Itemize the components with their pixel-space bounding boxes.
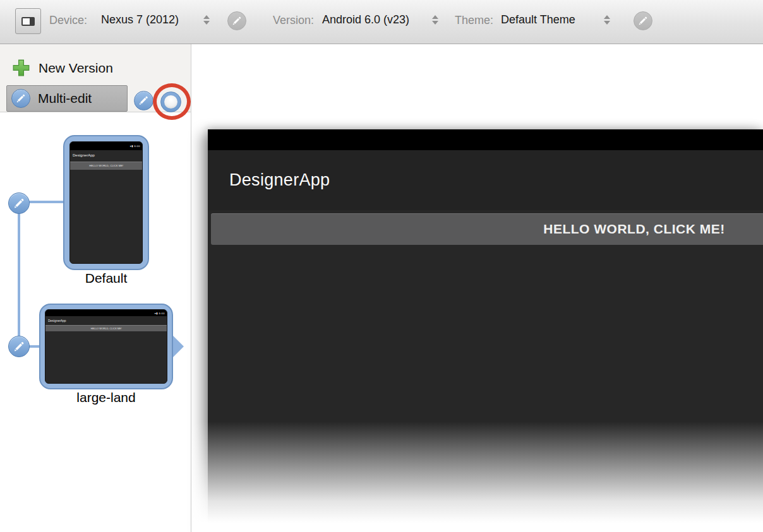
- edit-device-button[interactable]: [227, 11, 246, 30]
- orientation-toggle-button[interactable]: [15, 8, 41, 34]
- pencil-icon: [13, 197, 25, 210]
- new-version-button[interactable]: New Version: [11, 58, 113, 78]
- pencil-icon: [13, 340, 25, 353]
- version-label-default: Default: [63, 271, 149, 286]
- hello-world-button-label: HELLO WORLD, CLICK ME!: [543, 222, 724, 237]
- top-toolbar: Device: Nexus 7 (2012) Version: Android …: [0, 0, 763, 44]
- annotation-circle: [153, 83, 191, 120]
- edit-version-large-land-button[interactable]: [8, 336, 30, 357]
- version-thumbnail-default[interactable]: ▾▮ 6:00 DesignerApp HELLO WORLD, CLICK M…: [63, 135, 149, 270]
- multi-edit-button[interactable]: Multi-edit: [6, 85, 128, 112]
- edit-versions-button[interactable]: [134, 91, 153, 110]
- theme-select[interactable]: Default Theme: [501, 13, 575, 27]
- new-version-label: New Version: [39, 61, 113, 76]
- version-select[interactable]: Android 6.0 (v23): [322, 13, 409, 27]
- thumbnail-screen: ▾▮ 6:00 DesignerApp HELLO WORLD, CLICK M…: [45, 309, 167, 384]
- pencil-icon: [11, 89, 30, 108]
- device-select[interactable]: Nexus 7 (2012): [101, 13, 179, 27]
- theme-label: Theme:: [455, 14, 493, 27]
- edit-version-default-button[interactable]: [8, 192, 30, 214]
- designer-window: Device: Nexus 7 (2012) Version: Android …: [0, 0, 763, 532]
- version-stepper-icon[interactable]: [432, 15, 438, 25]
- design-surface: DesignerApp HELLO WORLD, CLICK ME!: [191, 44, 763, 532]
- app-title: DesignerApp: [229, 170, 330, 190]
- versions-sidebar: New Version Multi-edit: [0, 44, 191, 532]
- version-connector-line: [18, 203, 20, 346]
- version-label-large-land: large-land: [39, 390, 173, 405]
- pencil-icon: [637, 15, 649, 27]
- mini-app-title: DesignerApp: [45, 316, 167, 324]
- thumbnail-screen: ▾▮ 6:00 DesignerApp HELLO WORLD, CLICK M…: [69, 141, 143, 264]
- device-stepper-icon[interactable]: [203, 15, 210, 25]
- mini-status-bar: ▾▮ 6:00: [45, 310, 167, 316]
- android-status-bar: [208, 129, 763, 150]
- mini-app-title: DesignerApp: [70, 150, 142, 160]
- theme-stepper-icon[interactable]: [604, 15, 610, 25]
- android-action-bar: DesignerApp: [208, 150, 763, 210]
- mini-hello-button: HELLO WORLD, CLICK ME!: [70, 162, 142, 170]
- version-label: Version:: [273, 14, 314, 27]
- multi-edit-label: Multi-edit: [38, 91, 92, 106]
- pencil-icon: [231, 15, 243, 27]
- version-thumbnail-large-land[interactable]: ▾▮ 6:00 DesignerApp HELLO WORLD, CLICK M…: [39, 304, 173, 389]
- mini-hello-button: HELLO WORLD, CLICK ME!: [45, 325, 167, 331]
- plus-icon: [11, 58, 31, 78]
- device-label: Device:: [49, 14, 87, 27]
- edit-theme-button[interactable]: [634, 11, 652, 30]
- selected-version-arrow-icon: [173, 336, 184, 357]
- hello-world-button[interactable]: HELLO WORLD, CLICK ME!: [211, 213, 763, 245]
- mini-status-bar: ▾▮ 6:00: [70, 142, 142, 150]
- pencil-icon: [138, 95, 150, 107]
- orientation-icon: [21, 17, 35, 26]
- bottom-fade: [191, 379, 763, 532]
